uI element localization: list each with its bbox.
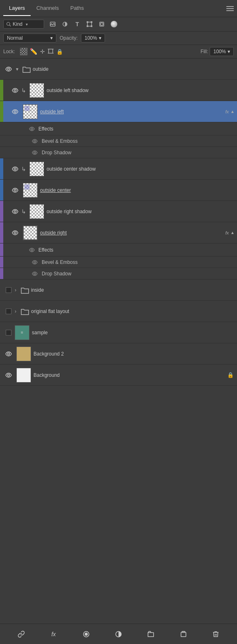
layer-row[interactable]: Bevel & Emboss bbox=[0, 135, 237, 147]
visibility-checkbox[interactable] bbox=[6, 330, 11, 336]
expand-button[interactable]: ▾ bbox=[14, 66, 20, 72]
adjustment-button[interactable] bbox=[113, 628, 124, 640]
layer-row[interactable]: ▾ outside bbox=[0, 59, 237, 80]
collapse-effects-arrow[interactable]: ▲ bbox=[230, 109, 235, 114]
layer-name: outside center shadow bbox=[47, 166, 237, 172]
layer-row[interactable]: ↳outside left shadow bbox=[0, 80, 237, 101]
fill-dropdown[interactable]: 100% ▾ bbox=[210, 47, 234, 56]
layer-row[interactable]: outside center bbox=[0, 180, 237, 201]
layer-lock-icon: 🔒 bbox=[227, 372, 234, 378]
tab-layers[interactable]: Layers bbox=[3, 1, 31, 16]
layer-row[interactable]: Bevel & Emboss bbox=[0, 257, 237, 268]
expand-button[interactable]: › bbox=[12, 308, 19, 315]
lock-all-icon[interactable]: 🔒 bbox=[56, 49, 63, 55]
visibility-eye[interactable] bbox=[10, 185, 20, 196]
layer-row[interactable]: Drop Shadow bbox=[0, 147, 237, 158]
blend-mode-dropdown[interactable]: Normal ▾ bbox=[3, 34, 56, 43]
effect-eye[interactable] bbox=[31, 270, 38, 277]
svg-point-20 bbox=[34, 140, 36, 142]
layer-row[interactable]: Background 2 bbox=[0, 343, 237, 365]
effect-name: Bevel & Emboss bbox=[42, 138, 78, 144]
tab-channels[interactable]: Channels bbox=[31, 1, 65, 16]
layer-row[interactable]: Drop Shadow bbox=[0, 268, 237, 279]
search-icon bbox=[6, 22, 11, 27]
clipped-indicator: ↳ bbox=[21, 166, 26, 172]
visibility-eye[interactable] bbox=[10, 227, 20, 238]
color-strip bbox=[0, 201, 3, 222]
visibility-checkbox[interactable] bbox=[6, 287, 11, 293]
folder-icon bbox=[20, 307, 29, 316]
expand-button[interactable]: › bbox=[12, 287, 19, 293]
fx-label: fx bbox=[51, 631, 56, 637]
layer-name: sample bbox=[32, 330, 237, 336]
add-mask-button[interactable] bbox=[80, 628, 92, 640]
new-group-button[interactable] bbox=[145, 628, 157, 640]
color-strip bbox=[0, 222, 3, 243]
collapse-effects-arrow[interactable]: ▲ bbox=[230, 230, 235, 235]
svg-point-25 bbox=[14, 232, 16, 234]
blend-mode-bar: Normal ▾ Opacity: 100% ▾ bbox=[0, 32, 237, 45]
effect-eye[interactable] bbox=[31, 149, 38, 156]
kind-filter[interactable]: Kind bbox=[3, 20, 44, 29]
opacity-value: 100% bbox=[85, 35, 97, 41]
visibility-eye[interactable] bbox=[3, 64, 14, 74]
svg-point-26 bbox=[31, 249, 33, 250]
effect-eye[interactable] bbox=[31, 259, 38, 266]
color-strip bbox=[0, 268, 3, 279]
effects-eye bbox=[28, 125, 36, 133]
visibility-eye[interactable] bbox=[10, 206, 20, 217]
smart-object-filter-icon[interactable] bbox=[97, 20, 106, 29]
tab-paths[interactable]: Paths bbox=[65, 1, 89, 16]
link-layers-button[interactable] bbox=[16, 628, 27, 640]
opacity-dropdown[interactable]: 100% ▾ bbox=[81, 34, 105, 43]
text-filter-icon[interactable]: T bbox=[73, 20, 82, 29]
lock-icons: ✏️ ✛ 🔒 bbox=[20, 48, 63, 56]
layer-row[interactable]: ≡sample bbox=[0, 322, 237, 343]
fill-label: Fill: bbox=[201, 49, 208, 54]
color-strip bbox=[0, 101, 3, 122]
lock-position-icon[interactable]: ✛ bbox=[40, 48, 45, 55]
layer-row[interactable]: outside leftfx▲ bbox=[0, 101, 237, 122]
halfcircle-filter-icon[interactable] bbox=[60, 20, 69, 29]
svg-rect-34 bbox=[181, 632, 186, 637]
visibility-eye[interactable] bbox=[10, 164, 20, 174]
layer-row[interactable]: Background🔒 bbox=[0, 365, 237, 386]
fill-chevron: ▾ bbox=[228, 49, 230, 54]
layer-row[interactable]: › inside bbox=[0, 279, 237, 301]
layer-row[interactable]: Effects bbox=[0, 243, 237, 257]
visibility-eye[interactable] bbox=[3, 370, 14, 381]
layer-name: Background 2 bbox=[34, 351, 237, 357]
lock-pixels-icon[interactable] bbox=[20, 48, 27, 55]
svg-point-16 bbox=[8, 68, 10, 70]
layer-row[interactable]: ↳outside center shadow bbox=[0, 158, 237, 180]
new-layer-button[interactable] bbox=[178, 628, 189, 640]
circle-filter-icon[interactable] bbox=[110, 20, 118, 29]
layer-name: Background bbox=[34, 372, 227, 378]
fx-button[interactable]: fx bbox=[48, 628, 59, 640]
layer-row[interactable]: ↳outside right shadow bbox=[0, 201, 237, 222]
delete-layer-button[interactable] bbox=[210, 628, 221, 640]
blend-mode-value: Normal bbox=[7, 35, 23, 41]
visibility-eye[interactable] bbox=[3, 349, 14, 359]
fx-badge: fx bbox=[226, 109, 229, 114]
visibility-eye[interactable] bbox=[10, 85, 20, 96]
panel-menu-icon[interactable] bbox=[226, 6, 234, 11]
layer-row[interactable]: Effects bbox=[0, 122, 237, 135]
svg-point-27 bbox=[34, 261, 36, 263]
folder-icon bbox=[22, 65, 31, 74]
svg-point-17 bbox=[14, 89, 16, 91]
effects-label: Effects bbox=[38, 247, 53, 253]
visibility-eye[interactable] bbox=[10, 106, 20, 117]
effect-eye[interactable] bbox=[31, 137, 38, 145]
image-filter-icon[interactable] bbox=[48, 20, 57, 29]
lock-image-icon[interactable]: ✏️ bbox=[30, 48, 38, 55]
effects-label: Effects bbox=[38, 126, 53, 132]
transform-filter-icon[interactable] bbox=[85, 20, 94, 29]
layer-row[interactable]: outside rightfx▲ bbox=[0, 222, 237, 243]
layer-name: outside center bbox=[40, 187, 237, 193]
color-strip bbox=[0, 257, 3, 268]
folder-icon bbox=[20, 286, 29, 295]
layer-row[interactable]: › original flat layout bbox=[0, 301, 237, 322]
lock-artboard-icon[interactable] bbox=[47, 48, 54, 56]
visibility-checkbox[interactable] bbox=[6, 308, 11, 314]
